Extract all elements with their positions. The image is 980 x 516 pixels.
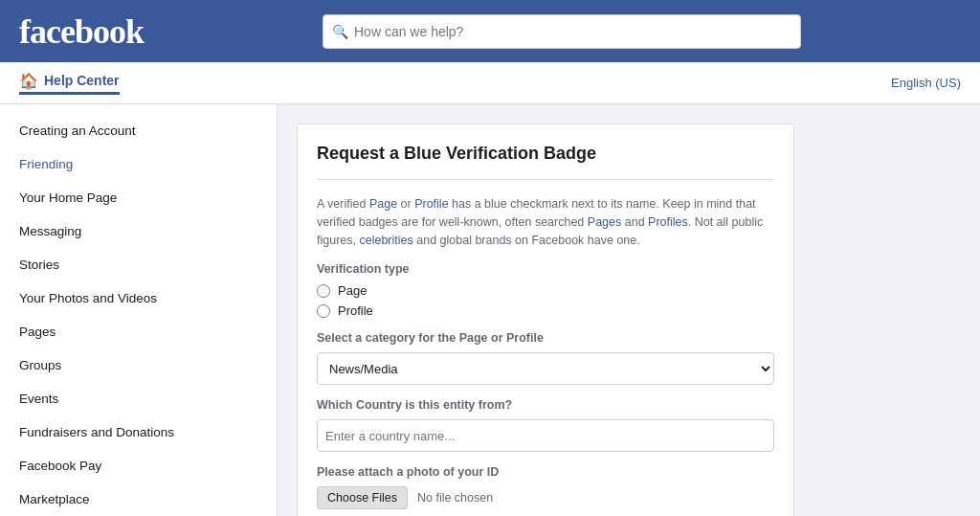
country-input[interactable] — [317, 419, 774, 452]
sidebar-item-pages[interactable]: Pages — [0, 315, 277, 348]
page-link[interactable]: Page — [369, 197, 397, 211]
sidebar-item-home-page[interactable]: Your Home Page — [0, 181, 277, 214]
verification-card: Request a Blue Verification Badge A veri… — [297, 123, 794, 516]
file-upload-section: Please attach a photo of your ID Choose … — [317, 465, 774, 509]
no-file-text: No file chosen — [417, 491, 493, 505]
radio-page-input[interactable] — [317, 284, 330, 298]
country-label: Which Country is this entity from? — [317, 398, 774, 412]
verification-type-group: Page Profile — [317, 283, 774, 318]
choose-files-button[interactable]: Choose Files — [317, 486, 408, 509]
card-title: Request a Blue Verification Badge — [317, 144, 774, 164]
house-icon: 🏠 — [19, 72, 38, 90]
sidebar-item-groups[interactable]: Groups — [0, 348, 277, 382]
info-text: A verified Page or Profile has a blue ch… — [317, 195, 774, 249]
radio-profile-input[interactable] — [317, 304, 330, 318]
sidebar-item-photos-videos[interactable]: Your Photos and Videos — [0, 281, 277, 315]
file-upload-row: Choose Files No file chosen — [317, 486, 774, 509]
sidebar-item-facebook-pay[interactable]: Facebook Pay — [0, 449, 277, 482]
search-bar-container: 🔍 — [323, 14, 801, 49]
sidebar-item-fundraisers[interactable]: Fundraisers and Donations — [0, 415, 277, 449]
radio-page-option[interactable]: Page — [317, 283, 774, 298]
sidebar-item-messaging[interactable]: Messaging — [0, 214, 277, 248]
photo-label: Please attach a photo of your ID — [317, 465, 774, 479]
profile-link[interactable]: Profile — [414, 197, 448, 211]
nav-bar: 🏠 Help Center English (US) — [0, 62, 980, 104]
search-icon: 🔍 — [332, 24, 348, 39]
sidebar-item-stories[interactable]: Stories — [0, 248, 277, 281]
celebrities-link[interactable]: celebrities — [359, 234, 412, 247]
sidebar-item-friending[interactable]: Friending — [0, 147, 277, 181]
pages-link[interactable]: Pages — [588, 215, 621, 229]
radio-profile-option[interactable]: Profile — [317, 303, 774, 318]
sidebar-item-creating-account[interactable]: Creating an Account — [0, 114, 277, 147]
profiles-link[interactable]: Profiles — [648, 215, 688, 229]
content-area: Request a Blue Verification Badge A veri… — [278, 104, 980, 516]
language-selector[interactable]: English (US) — [891, 76, 961, 90]
header: facebook 🔍 — [0, 0, 980, 62]
sidebar-item-events[interactable]: Events — [0, 382, 277, 415]
facebook-logo: facebook — [19, 11, 144, 52]
radio-page-label: Page — [338, 283, 367, 298]
card-divider — [317, 179, 774, 180]
radio-profile-label: Profile — [338, 303, 373, 318]
category-label: Select a category for the Page or Profil… — [317, 331, 774, 345]
help-center-link[interactable]: 🏠 Help Center — [19, 72, 120, 95]
verification-type-label: Verification type — [317, 262, 774, 276]
help-center-label: Help Center — [44, 73, 120, 88]
search-input[interactable] — [323, 14, 801, 49]
sidebar: Creating an Account Friending Your Home … — [0, 104, 278, 516]
sidebar-item-marketplace[interactable]: Marketplace — [0, 482, 277, 516]
main-container: Creating an Account Friending Your Home … — [0, 104, 980, 516]
category-select[interactable]: News/Media Government Music Sports Enter… — [317, 352, 774, 385]
